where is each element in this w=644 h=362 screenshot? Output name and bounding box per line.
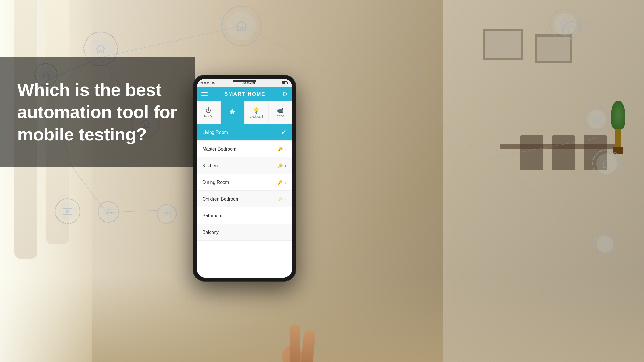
room-item-children-bedroom[interactable]: Children Bedroom 🔑 › — [197, 191, 292, 207]
living-room-status: ✓ — [281, 129, 286, 136]
tab-cctv-label: CCTV — [277, 115, 284, 118]
children-bedroom-status: 🔑 › — [278, 197, 286, 201]
iot-person-right-bottom — [594, 233, 617, 256]
room-item-bathroom[interactable]: Bathroom — [197, 207, 292, 224]
svg-point-24 — [568, 26, 576, 34]
room-item-dining-room[interactable]: Dining Room 🔑 › — [197, 174, 292, 191]
headline-text: Which is the best automation tool for mo… — [17, 79, 178, 146]
bathroom-name: Bathroom — [202, 213, 222, 218]
home-icon — [229, 109, 235, 117]
tab-credit-card[interactable]: 💡 Credit Card — [245, 101, 269, 124]
status-left: 3G — [201, 81, 215, 84]
iot-gear-right — [558, 16, 595, 46]
tab-bar: ⏻ Turn On 💡 Credit Card 📹 CCTV — [197, 101, 292, 124]
app-header: SMART HOME ⚙ — [197, 87, 292, 101]
svg-marker-18 — [66, 210, 70, 213]
iot-person-right — [584, 106, 610, 132]
menu-line-1 — [201, 92, 208, 93]
headline-overlay: Which is the best automation tool for mo… — [0, 57, 195, 167]
dining-room-key: 🔑 — [278, 180, 283, 185]
children-bedroom-chevron: › — [285, 197, 286, 201]
svg-point-26 — [582, 23, 585, 26]
dining-room-name: Dining Room — [202, 180, 229, 185]
iot-music-left — [98, 201, 119, 223]
room-item-master-bedroom[interactable]: Master Bedroom 🔑 › — [197, 141, 292, 157]
tab-home[interactable] — [221, 101, 244, 124]
dining-room-chevron: › — [285, 180, 286, 185]
room-item-kitchen[interactable]: Kitchen 🔑 › — [197, 157, 292, 174]
power-icon: ⏻ — [206, 107, 211, 114]
living-room-check: ✓ — [281, 129, 286, 136]
menu-line-3 — [201, 95, 208, 96]
balcony-name: Balcony — [202, 230, 219, 235]
svg-point-25 — [579, 20, 588, 29]
lightbulb-icon: 💡 — [253, 107, 260, 114]
svg-point-23 — [564, 22, 580, 39]
kitchen-key: 🔑 — [278, 163, 283, 168]
room-list: Living Room ✓ Master Bedroom 🔑 › Kitchen — [197, 124, 292, 278]
svg-rect-19 — [163, 212, 170, 217]
kitchen-chevron: › — [285, 163, 286, 168]
cctv-icon: 📹 — [277, 107, 283, 114]
master-bedroom-key: 🔑 — [278, 147, 283, 151]
tab-turn-on[interactable]: ⏻ Turn On — [197, 101, 221, 124]
children-bedroom-name: Children Bedroom — [202, 197, 239, 202]
room-item-living-room[interactable]: Living Room ✓ — [197, 124, 292, 141]
tab-credit-card-label: Credit Card — [250, 115, 263, 118]
status-right — [282, 81, 288, 84]
master-bedroom-chevron: › — [285, 147, 286, 151]
kitchen-status: 🔑 › — [278, 163, 286, 168]
menu-line-2 — [201, 94, 208, 94]
phone-wrapper: 3G 10:30AM SMART HOME ⚙ — [190, 17, 299, 345]
room-item-balcony[interactable]: Balcony — [197, 224, 292, 241]
iot-home-right-center — [592, 149, 621, 178]
dining-room-status: 🔑 › — [278, 180, 286, 185]
living-room-name: Living Room — [202, 130, 228, 135]
app-title: SMART HOME — [225, 91, 266, 97]
iot-camera-left — [157, 204, 177, 224]
children-bedroom-key: 🔑 — [278, 197, 283, 201]
battery-tip — [288, 82, 288, 84]
svg-point-20 — [165, 213, 168, 216]
phone-speaker — [233, 80, 256, 82]
svg-point-22 — [595, 115, 599, 120]
settings-button[interactable]: ⚙ — [282, 90, 288, 97]
tab-turn-on-label: Turn On — [204, 115, 213, 118]
battery-fill — [282, 82, 285, 84]
svg-point-27 — [603, 240, 607, 244]
master-bedroom-name: Master Bedroom — [202, 147, 236, 152]
kitchen-name: Kitchen — [202, 163, 218, 168]
menu-button[interactable] — [201, 92, 208, 96]
iot-video-left — [55, 198, 80, 224]
phone-device: 3G 10:30AM SMART HOME ⚙ — [193, 75, 296, 282]
network-type: 3G — [212, 81, 215, 84]
signal-dots — [201, 82, 209, 84]
phone-screen: 3G 10:30AM SMART HOME ⚙ — [197, 79, 292, 278]
hand-holding — [172, 322, 316, 362]
battery-icon — [282, 81, 288, 84]
master-bedroom-status: 🔑 › — [278, 147, 286, 151]
tab-cctv[interactable]: 📹 CCTV — [269, 101, 292, 124]
